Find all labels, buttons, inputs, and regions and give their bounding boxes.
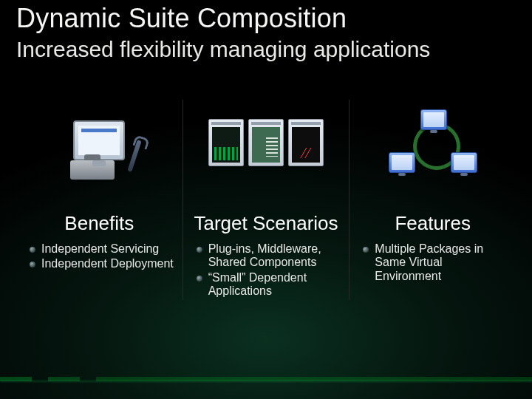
- features-icon: [349, 100, 516, 185]
- column-features: Features Multiple Packages in Same Virtu…: [349, 100, 516, 300]
- toolbox-icon: [70, 160, 115, 180]
- list-item: “Small” Dependent Applications: [197, 271, 344, 299]
- monitor-screen-icon: [78, 126, 120, 155]
- column-scenarios: Target Scenarios Plug-ins, Middleware, S…: [183, 100, 349, 300]
- slide-title: Dynamic Suite Composition: [16, 3, 347, 34]
- area-chart-icon: [248, 119, 284, 166]
- list-item: Plug-ins, Middleware, Shared Components: [197, 242, 344, 270]
- column-benefits: Benefits Independent Servicing Independe…: [16, 100, 183, 300]
- list-item: Independent Servicing: [30, 242, 177, 256]
- slide-subtitle: Increased flexibility managing applicati…: [16, 37, 430, 62]
- benefits-icon: [16, 100, 183, 185]
- column-heading-scenarios: Target Scenarios: [194, 191, 338, 233]
- line-chart-icon: [288, 119, 324, 166]
- monitor-icon: [73, 120, 125, 160]
- charts-icon: [208, 119, 324, 166]
- columns: Benefits Independent Servicing Independe…: [16, 100, 516, 300]
- bullets-features: Multiple Packages in Same Virtual Enviro…: [349, 242, 516, 284]
- decorative-glow: [0, 381, 532, 383]
- computer-node-icon: [389, 152, 415, 173]
- network-icon: [389, 111, 477, 174]
- list-item: Multiple Packages in Same Virtual Enviro…: [363, 242, 510, 283]
- column-heading-features: Features: [395, 191, 471, 233]
- bar-chart-icon: [208, 119, 244, 166]
- screwdriver-icon: [128, 140, 142, 172]
- computer-node-icon: [451, 152, 477, 173]
- bullets-benefits: Independent Servicing Independent Deploy…: [16, 242, 183, 273]
- list-item: Independent Deployment: [30, 257, 177, 270]
- scenarios-icon: [183, 100, 349, 185]
- bullets-scenarios: Plug-ins, Middleware, Shared Components …: [183, 242, 349, 300]
- computer-node-icon: [420, 109, 447, 130]
- slide: Dynamic Suite Composition Increased flex…: [0, 0, 532, 399]
- column-heading-benefits: Benefits: [64, 191, 134, 233]
